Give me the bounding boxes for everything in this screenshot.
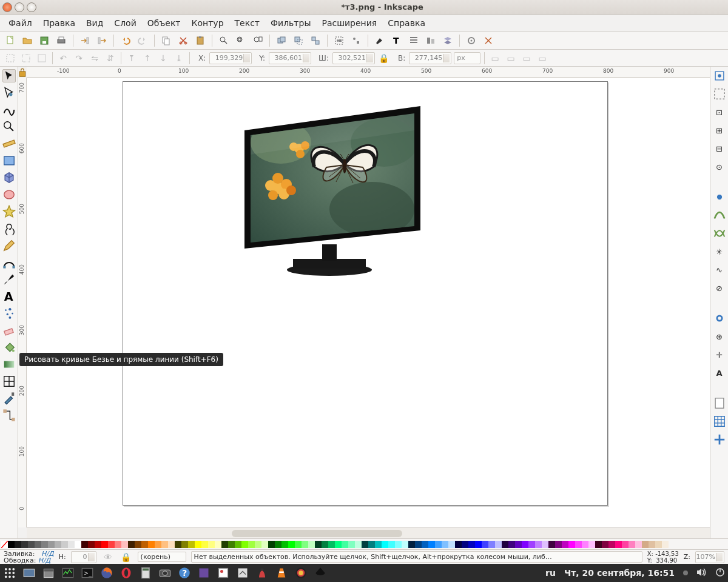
color-swatch[interactable]: [435, 541, 442, 548]
color-swatch[interactable]: [368, 541, 375, 548]
canvas[interactable]: [27, 78, 710, 527]
unit-select[interactable]: px: [454, 52, 480, 64]
raise-icon[interactable]: ↑: [141, 52, 154, 65]
layer-lock-icon[interactable]: 🔒: [120, 550, 133, 564]
color-swatch[interactable]: [275, 541, 281, 548]
menu-layer[interactable]: Слой: [109, 16, 141, 30]
color-swatch[interactable]: [382, 541, 388, 548]
snap-cusp-icon[interactable]: ✳: [713, 245, 726, 258]
gradient-tool-icon[interactable]: [2, 358, 16, 371]
color-swatch[interactable]: [415, 541, 422, 548]
color-swatch[interactable]: [175, 541, 181, 548]
color-swatch[interactable]: [35, 541, 41, 548]
rectangle-tool-icon[interactable]: [2, 154, 16, 167]
color-swatch[interactable]: [662, 541, 669, 548]
color-swatch[interactable]: [555, 541, 562, 548]
copy-icon[interactable]: [160, 34, 173, 47]
color-swatch[interactable]: [255, 541, 261, 548]
opera-icon[interactable]: [120, 567, 132, 579]
color-swatch[interactable]: [181, 541, 188, 548]
color-swatch[interactable]: [455, 541, 462, 548]
color-swatch[interactable]: [188, 541, 195, 548]
color-swatch[interactable]: [108, 541, 115, 548]
color-swatch[interactable]: [568, 541, 575, 548]
color-swatch[interactable]: [215, 541, 221, 548]
show-desktop-icon[interactable]: [23, 567, 35, 579]
color-swatch[interactable]: [135, 541, 141, 548]
deselect-icon[interactable]: [35, 52, 49, 65]
system-monitor-icon[interactable]: [62, 567, 74, 579]
color-swatch[interactable]: [21, 541, 28, 548]
ungroup-icon[interactable]: [349, 34, 363, 47]
layer-select[interactable]: (корень): [138, 552, 186, 562]
color-swatch[interactable]: [281, 541, 288, 548]
color-swatch[interactable]: [475, 541, 482, 548]
connector-tool-icon[interactable]: [2, 409, 16, 422]
fill-stroke-icon[interactable]: [373, 34, 386, 47]
print-icon[interactable]: [55, 34, 68, 47]
text-tool-icon[interactable]: A: [2, 290, 16, 303]
star-tool-icon[interactable]: [2, 205, 16, 218]
affect-pattern-icon[interactable]: ▭: [536, 52, 549, 65]
open-file-icon[interactable]: [21, 34, 34, 47]
color-swatch[interactable]: [468, 541, 475, 548]
color-swatch[interactable]: [248, 541, 255, 548]
color-swatch[interactable]: [302, 541, 308, 548]
color-swatch[interactable]: [542, 541, 548, 548]
color-swatch[interactable]: [148, 541, 155, 548]
menu-extensions[interactable]: Расширения: [317, 16, 382, 30]
color-swatch[interactable]: [328, 541, 335, 548]
color-swatch[interactable]: [408, 541, 415, 548]
color-swatch[interactable]: [208, 541, 215, 548]
color-swatch[interactable]: [295, 541, 302, 548]
export-icon[interactable]: [95, 34, 109, 47]
color-swatch[interactable]: [221, 541, 228, 548]
import-icon[interactable]: [78, 34, 92, 47]
eraser-tool-icon[interactable]: [2, 324, 16, 337]
color-swatch[interactable]: [488, 541, 495, 548]
text-dialog-icon[interactable]: T: [390, 34, 403, 47]
lower-bottom-icon[interactable]: ⤓: [172, 52, 186, 65]
rotate-cw-icon[interactable]: ↷: [72, 52, 86, 65]
preferences-icon[interactable]: [465, 34, 478, 47]
snap-bbox-edge-icon[interactable]: ⊡: [713, 105, 726, 119]
inkscape-taskbar-icon[interactable]: [314, 567, 326, 579]
h-input[interactable]: 277,145: [409, 52, 451, 64]
color-swatch[interactable]: [128, 541, 135, 548]
clock[interactable]: Чт, 20 сентября, 16:51: [564, 568, 675, 578]
mesh-tool-icon[interactable]: [2, 375, 16, 388]
snap-rotation-icon[interactable]: ✛: [713, 348, 726, 361]
xml-editor-icon[interactable]: [407, 34, 420, 47]
snap-page-icon[interactable]: [713, 396, 726, 410]
node-tool-icon[interactable]: [2, 86, 16, 99]
color-swatch[interactable]: [168, 541, 175, 548]
applications-menu-icon[interactable]: [4, 567, 16, 579]
color-swatch[interactable]: [335, 541, 342, 548]
color-swatch[interactable]: [655, 541, 662, 548]
snap-path-icon[interactable]: [713, 209, 726, 222]
color-swatch[interactable]: [622, 541, 629, 548]
scrollbar-horizontal[interactable]: [27, 527, 710, 538]
rotate-ccw-icon[interactable]: ↶: [56, 52, 70, 65]
color-swatch[interactable]: [95, 541, 101, 548]
pencil-tool-icon[interactable]: [2, 239, 16, 252]
color-swatch[interactable]: [642, 541, 649, 548]
calligraphy-tool-icon[interactable]: [2, 273, 16, 286]
color-swatch[interactable]: [608, 541, 615, 548]
calculator-icon[interactable]: [140, 567, 152, 579]
color-swatch[interactable]: [55, 541, 61, 548]
color-swatch[interactable]: [155, 541, 161, 548]
selector-tool-icon[interactable]: [2, 69, 16, 82]
zoom-input[interactable]: 107%: [695, 551, 724, 563]
keyboard-layout[interactable]: ru: [545, 568, 556, 578]
color-swatch[interactable]: [515, 541, 522, 548]
w-input[interactable]: 302,521: [332, 52, 375, 64]
x-input[interactable]: 199,329: [209, 52, 252, 64]
color-swatch[interactable]: [342, 541, 348, 548]
color-swatch[interactable]: [228, 541, 235, 548]
color-swatch[interactable]: [355, 541, 362, 548]
spiral-tool-icon[interactable]: [2, 222, 16, 235]
color-swatch[interactable]: [201, 541, 208, 548]
color-swatch[interactable]: [588, 541, 595, 548]
color-swatch[interactable]: [522, 541, 528, 548]
